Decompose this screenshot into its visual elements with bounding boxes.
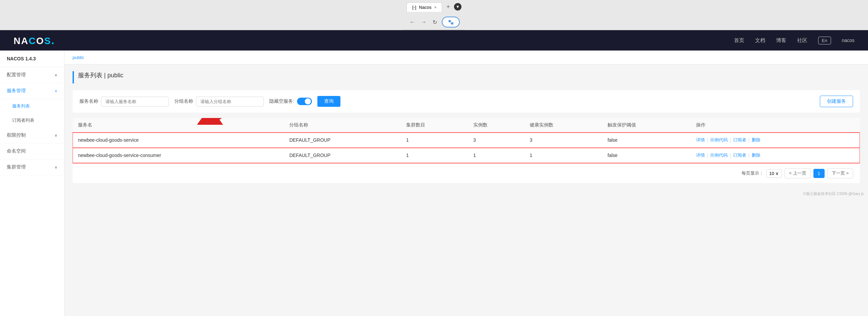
page-size-label: 每页显示：	[742, 170, 764, 176]
tab-title: Nacos	[419, 5, 432, 10]
group-name-label: 分组名称	[174, 98, 193, 104]
sidebar-item-cluster[interactable]: 集群管理 ∨	[0, 159, 64, 175]
chevron-down-icon-cluster: ∨	[55, 165, 57, 170]
lang-switch[interactable]: En	[818, 37, 831, 44]
top-navigation: NACOS. 首页 文档 博客 社区 En nacos	[0, 30, 868, 51]
breadcrumb-link[interactable]: public	[73, 55, 84, 60]
group-cell: DEFAULT_GROUP	[284, 148, 400, 163]
action-cell: 详情 | 示例代码 | 订阅者 | 删除	[691, 148, 860, 163]
pagination: 每页显示： 10 ∨ < 上一页 1 下一页 >	[73, 163, 860, 183]
service-name-input[interactable]	[101, 97, 169, 106]
refresh-btn[interactable]: ↻	[431, 18, 438, 27]
sidebar-item-service[interactable]: 服务管理 ∧	[0, 83, 64, 99]
prev-page-btn[interactable]: < 上一页	[785, 168, 810, 178]
healthy-cell: 1	[524, 148, 602, 163]
chevron-down-icon: ∨	[55, 73, 57, 77]
col-instances: 实例数	[468, 118, 524, 133]
instances-cell: 3	[468, 133, 524, 148]
chevron-down-icon-auth: ∨	[55, 133, 57, 138]
nav-blog[interactable]: 博客	[776, 37, 786, 44]
sidebar: NACOS 1.4.3 配置管理 ∨ 服务管理 ∧ 服务列表 订阅者列表 权限控…	[0, 51, 64, 316]
service-name-cell: newbee-cloud-goods-service-consumer	[73, 148, 284, 163]
nav-docs[interactable]: 文档	[755, 37, 765, 44]
col-service-name: 服务名	[73, 118, 284, 133]
search-bar: 服务名称 分组名称 隐藏空服务: 查询 创建服务	[73, 90, 860, 113]
table-header: 服务名 分组名称 集群数目 实例数 健康实例数 触发保护阈值 操作	[73, 118, 860, 133]
watermark: ©掘土掘金技术社区 CSDN @Gary jc	[64, 190, 868, 198]
group-name-field: 分组名称	[174, 97, 264, 106]
detail-link-0[interactable]: 详情	[696, 137, 705, 143]
nav-community[interactable]: 社区	[797, 37, 807, 44]
sample-link-0[interactable]: 示例代码	[710, 137, 728, 143]
table-row: newbee-cloud-goods-service DEFAULT_GROUP…	[73, 133, 860, 148]
detail-link-1[interactable]: 详情	[696, 152, 705, 158]
user-profile[interactable]: nacos	[842, 38, 854, 43]
threshold-cell: false	[602, 148, 691, 163]
sidebar-item-config[interactable]: 配置管理 ∨	[0, 67, 64, 83]
threshold-cell: false	[602, 133, 691, 148]
delete-link-0[interactable]: 删除	[752, 137, 761, 143]
address-icon: 🐾	[448, 19, 454, 25]
query-button[interactable]: 查询	[317, 96, 340, 107]
create-service-button[interactable]: 创建服务	[820, 96, 853, 107]
sidebar-version: NACOS 1.4.3	[0, 51, 64, 67]
service-name-label: 服务名称	[79, 98, 98, 104]
current-page: 1	[813, 169, 825, 178]
sidebar-sub-service-list[interactable]: 服务列表	[0, 99, 64, 113]
group-name-input[interactable]	[196, 97, 264, 106]
sidebar-item-namespace[interactable]: 命名空间	[0, 143, 64, 159]
col-actions: 操作	[691, 118, 860, 133]
col-clusters: 集群数目	[401, 118, 468, 133]
back-btn[interactable]: ←	[408, 18, 416, 26]
chevron-up-icon: ∧	[55, 89, 57, 93]
clusters-cell: 1	[401, 148, 468, 163]
instances-cell: 1	[468, 148, 524, 163]
dropdown-icon: ∨	[775, 171, 779, 176]
hide-empty-label: 隐藏空服务:	[269, 98, 294, 104]
service-name-cell: newbee-cloud-goods-service	[73, 133, 284, 148]
next-page-btn[interactable]: 下一页 >	[827, 168, 853, 178]
sidebar-item-auth[interactable]: 权限控制 ∨	[0, 127, 64, 143]
sample-link-1[interactable]: 示例代码	[710, 152, 728, 158]
page-size-select[interactable]: 10 ∨	[766, 169, 782, 178]
col-threshold: 触发保护阈值	[602, 118, 691, 133]
delete-link-1[interactable]: 删除	[752, 152, 761, 158]
breadcrumb: public	[64, 51, 868, 64]
col-group: 分组名称	[284, 118, 400, 133]
subscriber-link-0[interactable]: 订阅者	[733, 137, 746, 143]
clusters-cell: 1	[401, 133, 468, 148]
healthy-cell: 3	[524, 133, 602, 148]
nav-home[interactable]: 首页	[734, 37, 744, 44]
service-table: 服务名 分组名称 集群数目 实例数 健康实例数 触发保护阈值 操作 newbee…	[73, 118, 860, 183]
tab-close-btn[interactable]: ×	[434, 5, 436, 10]
service-name-field: 服务名称	[79, 97, 169, 106]
profile-dropdown[interactable]: ▼	[454, 3, 461, 11]
col-healthy: 健康实例数	[524, 118, 602, 133]
logo: NACOS.	[14, 34, 55, 47]
nav-links: 首页 文档 博客 社区 En nacos	[734, 37, 854, 44]
new-tab-btn[interactable]: +	[443, 2, 453, 12]
hide-empty-toggle[interactable]	[297, 98, 312, 105]
subscriber-link-1[interactable]: 订阅者	[733, 152, 746, 158]
sidebar-sub-subscriber-list[interactable]: 订阅者列表	[0, 113, 64, 127]
action-cell: 详情 | 示例代码 | 订阅者 | 删除	[691, 133, 860, 148]
page-title: 服务列表 | public	[73, 71, 860, 83]
forward-btn[interactable]: →	[420, 18, 428, 26]
hide-empty-field: 隐藏空服务:	[269, 98, 312, 105]
group-cell: DEFAULT_GROUP	[284, 133, 400, 148]
table-row: newbee-cloud-goods-service-consumer DEFA…	[73, 148, 860, 163]
browser-tab[interactable]: [-] Nacos ×	[407, 2, 442, 12]
tab-icon: [-]	[412, 5, 416, 10]
main-content: public 服务列表 | public 服务名称 分组名称 隐藏空服务: 查询	[64, 51, 868, 316]
